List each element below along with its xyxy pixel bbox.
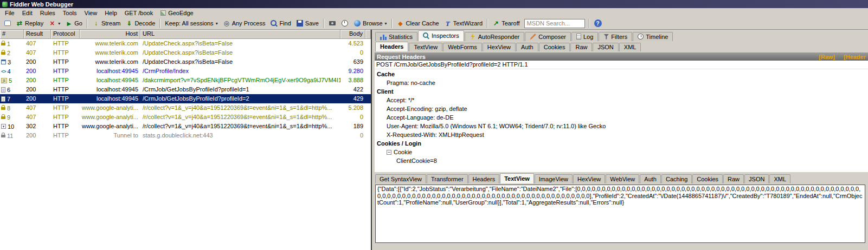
- tab-auth[interactable]: Auth: [640, 174, 661, 183]
- column-header-host[interactable]: Host: [80, 30, 140, 39]
- collapse-toggle[interactable]: −: [387, 150, 391, 155]
- tab-textview[interactable]: TextView: [409, 43, 442, 51]
- tearoff-button[interactable]: Tearoff: [490, 18, 522, 29]
- tab-label: Get SyntaxView: [380, 176, 422, 182]
- menu-item-geoedge[interactable]: GeoEdge: [157, 9, 197, 17]
- msdn-search-input[interactable]: [524, 19, 585, 28]
- column-header-result[interactable]: Result: [24, 30, 51, 39]
- tab-xml[interactable]: XML: [769, 174, 790, 183]
- tab-webview[interactable]: WebView: [606, 174, 639, 183]
- code-icon: [1, 67, 6, 76]
- tab-label: HexView: [487, 44, 511, 50]
- column-header-url[interactable]: URL: [140, 30, 340, 39]
- tab-log[interactable]: Log: [571, 32, 598, 41]
- cell-num: 2: [0, 48, 24, 57]
- cell-protocol: HTTP: [51, 94, 80, 103]
- replay-button[interactable]: Replay: [14, 18, 46, 29]
- tab-textview[interactable]: TextView: [500, 173, 534, 183]
- tab-composer[interactable]: Composer: [525, 32, 571, 41]
- tab-cookies[interactable]: Cookies: [539, 43, 570, 51]
- tab-json[interactable]: JSON: [744, 174, 769, 183]
- help-button[interactable]: [592, 18, 604, 29]
- js-icon: [1, 78, 7, 83]
- cell-num: 1: [0, 39, 24, 48]
- textwizard-button[interactable]: TextWizard: [442, 18, 485, 29]
- session-row-5[interactable]: 5200HTTPlocalhost:49945/dakcrmimport?v=7…: [0, 76, 371, 85]
- tab-raw[interactable]: Raw: [570, 43, 592, 51]
- keep-sessions-button[interactable]: Keep: All sessions▾: [163, 18, 220, 29]
- session-row-11[interactable]: 11200HTTPTunnel tostats.g.doubleclick.ne…: [0, 131, 371, 140]
- tab-raw[interactable]: Raw: [723, 174, 744, 183]
- tab-timeline[interactable]: Timeline: [633, 32, 673, 41]
- raw-link[interactable]: [Raw]: [819, 54, 835, 60]
- session-row-4[interactable]: 4200HTTPlocalhost:49945/CrmProfile/Index…: [0, 67, 371, 76]
- tab-get-syntaxview[interactable]: Get SyntaxView: [375, 174, 426, 183]
- tab-hexview[interactable]: HexView: [573, 174, 605, 183]
- menu-item-get-book[interactable]: GET /book: [121, 9, 157, 17]
- menu-item-rules[interactable]: Rules: [36, 9, 59, 17]
- tab-label: TextView: [414, 44, 438, 50]
- tab-cookies[interactable]: Cookies: [692, 174, 723, 183]
- menu-item-file[interactable]: File: [1, 9, 18, 17]
- session-row-7[interactable]: 7200HTTPlocalhost:49945/CrmJob/GetJobsBy…: [0, 94, 371, 103]
- screenshot-button[interactable]: [326, 18, 338, 29]
- header-item: −Cookie: [375, 148, 868, 156]
- tab-caching[interactable]: Caching: [661, 174, 692, 183]
- column-header-protocol[interactable]: Protocol: [51, 30, 80, 39]
- autoresponder-icon: [470, 34, 476, 40]
- column-header-body[interactable]: Body: [340, 30, 365, 39]
- stream-button[interactable]: Stream: [90, 18, 123, 29]
- add-comment-button[interactable]: [2, 18, 13, 29]
- browse-button[interactable]: Browse▾: [351, 18, 389, 29]
- go-button[interactable]: Go: [63, 18, 85, 29]
- any-process-button[interactable]: Any Process: [221, 18, 268, 29]
- session-row-9[interactable]: 9407HTTPwww.google-analyti.../r/collect?…: [0, 113, 371, 122]
- cell-url: /UpdateCheck.aspx?isBeta=False: [140, 57, 340, 67]
- menu-item-label: File: [5, 10, 15, 16]
- tab-json[interactable]: JSON: [593, 43, 618, 51]
- tab-autoresponder[interactable]: AutoResponder: [465, 32, 524, 41]
- cell-result: 407: [24, 39, 51, 48]
- session-row-3[interactable]: 3200HTTPwww.telerik.com/UpdateCheck.aspx…: [0, 57, 371, 67]
- header-definitions-link[interactable]: [Header: [844, 54, 866, 60]
- decode-button[interactable]: Decode: [123, 18, 157, 29]
- tab-headers[interactable]: Headers: [375, 42, 408, 51]
- session-row-8[interactable]: 8407HTTPwww.google-analyti.../r/collect?…: [0, 103, 371, 113]
- tab-hexview[interactable]: HexView: [483, 43, 516, 51]
- cell-num: 6: [0, 85, 24, 94]
- tab-webforms[interactable]: WebForms: [443, 43, 482, 51]
- tab-headers[interactable]: Headers: [468, 174, 500, 183]
- menu-item-view[interactable]: View: [81, 9, 101, 17]
- tab-xml[interactable]: XML: [619, 43, 641, 51]
- header-item-text: User-Agent: Mozilla/5.0 (Windows NT 6.1;…: [387, 122, 606, 130]
- session-list-panel: #ResultProtocolHostURLBody 1407HTTPwww.t…: [0, 30, 371, 250]
- dropdown-arrow-icon: ▾: [216, 21, 218, 26]
- response-body[interactable]: {"Data":[{"Id":2,"JobStatus":"Verarbeitu…: [375, 185, 865, 243]
- remove-sessions-button[interactable]: ▾: [46, 18, 62, 29]
- cell-num: 10: [0, 122, 24, 131]
- tab-transformer[interactable]: Transformer: [427, 174, 468, 183]
- menu-item-tools[interactable]: Tools: [59, 9, 81, 17]
- tab-imageview[interactable]: ImageView: [535, 174, 573, 183]
- session-row-1[interactable]: 1407HTTPwww.telerik.com/UpdateCheck.aspx…: [0, 39, 371, 48]
- tab-label: Cookies: [544, 44, 565, 50]
- toolbar-separator: [391, 19, 393, 28]
- tab-label: WebForms: [448, 44, 477, 50]
- tab-label: WebView: [610, 176, 635, 182]
- find-button[interactable]: Find: [268, 18, 293, 29]
- toolbar-separator: [487, 19, 488, 28]
- column-header-num[interactable]: #: [0, 30, 24, 39]
- menu-item-edit[interactable]: Edit: [18, 9, 36, 17]
- session-row-2[interactable]: 2407HTTPwww.telerik.com/UpdateCheck.aspx…: [0, 48, 371, 57]
- session-row-10[interactable]: 10302HTTPwww.google-analyti.../r/collect…: [0, 122, 371, 131]
- clear-cache-button[interactable]: Clear Cache: [395, 18, 441, 29]
- cell-url: /UpdateCheck.aspx?isBeta=False: [140, 39, 340, 48]
- tab-inspectors[interactable]: Inspectors: [418, 30, 464, 41]
- save-button[interactable]: Save: [294, 18, 321, 29]
- menu-item-help[interactable]: Help: [101, 9, 121, 17]
- timer-button[interactable]: [339, 18, 351, 29]
- tab-statistics[interactable]: Statistics: [375, 32, 417, 41]
- session-row-6[interactable]: 6200HTTPlocalhost:49945/CrmJob/GetJobsBy…: [0, 85, 371, 94]
- tab-auth[interactable]: Auth: [516, 43, 538, 51]
- tab-filters[interactable]: Filters: [599, 32, 632, 41]
